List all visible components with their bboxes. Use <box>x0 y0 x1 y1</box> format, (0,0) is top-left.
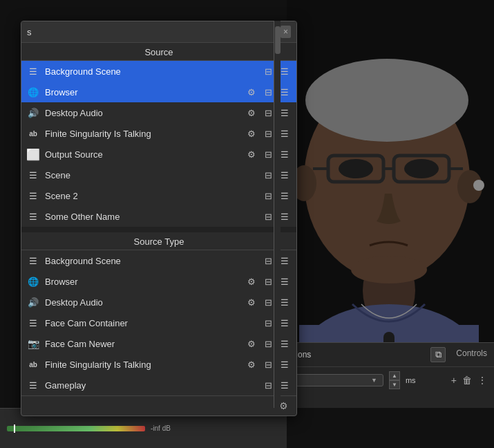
item-actions: ⚙ ⊟ ☰ <box>245 127 291 140</box>
item-label: Output Source <box>45 149 240 160</box>
item-label: Desktop Audio <box>45 297 240 308</box>
add-button[interactable]: + <box>451 375 457 386</box>
list-item[interactable]: 🔊 Desktop Audio ⚙ ⊟ ☰ <box>21 102 296 123</box>
item-actions: ⚙ ⊟ ☰ <box>245 275 291 288</box>
item-label: Desktop Audio <box>45 108 240 118</box>
gear-icon[interactable]: ⚙ <box>245 127 258 140</box>
autocomplete-panel: × Source ☰ Background Scene ⊟ ☰ 🌐 Browse… <box>21 21 297 416</box>
list-icon: ☰ <box>27 189 39 202</box>
actions-controls-area: tions ⧉ Controls ▼ ▲ ▼ ms + 🗑 ⋮ <box>287 342 494 408</box>
list-item[interactable]: 🌐 Browser ⚙ ⊟ ☰ <box>21 271 296 292</box>
page-icon[interactable]: ⊟ <box>262 296 274 308</box>
svg-point-13 <box>305 59 468 142</box>
audio-icon: 🔊 <box>27 106 39 119</box>
item-label: Background Scene <box>45 66 256 77</box>
search-input[interactable] <box>27 27 281 37</box>
audio-icon: 🔊 <box>27 296 39 308</box>
actions-top-row: tions ⧉ Controls <box>287 343 494 367</box>
output-icon: ⬜ <box>27 148 39 160</box>
page-icon[interactable]: ⊟ <box>262 337 274 350</box>
page-icon[interactable]: ⊟ <box>262 379 274 391</box>
page-icon[interactable]: ⊟ <box>262 86 274 98</box>
item-actions: ⚙ ⊟ ☰ <box>245 86 291 98</box>
list-item[interactable]: ☰ Some Other Name ⊟ ☰ <box>21 206 296 227</box>
text-icon: ab <box>27 127 39 140</box>
item-label: Gameplay <box>45 380 256 391</box>
section-spacer <box>21 227 296 232</box>
search-bar: × <box>21 21 296 43</box>
chevron-down-icon: ▼ <box>371 377 377 384</box>
item-actions: ⚙ ⊟ ☰ <box>245 106 291 119</box>
list-item[interactable]: ☰ Background Scene ⊟ ☰ <box>21 61 296 82</box>
db-value-label: -inf dB <box>151 424 171 432</box>
gear-icon[interactable]: ⚙ <box>245 148 258 160</box>
page-icon[interactable]: ⊟ <box>262 106 274 119</box>
scene-select[interactable]: ▼ <box>294 374 383 386</box>
gear-icon[interactable]: ⚙ <box>245 296 258 308</box>
item-label: Finite Singularity Is Talking <box>45 129 240 139</box>
gear-icon[interactable]: ⚙ <box>245 106 258 119</box>
scroll-arrows: ▲ ▼ <box>389 371 400 389</box>
list-item[interactable]: ☰ Scene ⊟ ☰ <box>21 165 296 185</box>
item-label: Scene 2 <box>45 191 256 201</box>
page-icon[interactable]: ⊟ <box>262 189 274 202</box>
page-icon[interactable]: ⊟ <box>262 358 274 371</box>
delete-button[interactable]: 🗑 <box>462 375 472 386</box>
list-icon: ☰ <box>27 317 39 329</box>
globe-icon: 🌐 <box>27 275 39 288</box>
list-item[interactable]: 🌐 Browser ⚙ ⊟ ☰ <box>21 82 296 102</box>
list-item[interactable]: ☰ Face Cam Container ⊟ ☰ <box>21 312 296 333</box>
svg-point-11 <box>339 159 373 178</box>
item-label: Background Scene <box>45 256 256 266</box>
list-item[interactable]: ⬜ Output Source ⚙ ⊟ ☰ <box>21 144 296 165</box>
list-item[interactable]: ☰ Background Scene ⊟ ☰ <box>21 250 296 271</box>
item-actions: ⚙ ⊟ ☰ <box>245 337 291 350</box>
list-item[interactable]: 🔊 Desktop Audio ⚙ ⊟ ☰ <box>21 292 296 312</box>
scroll-down-arrow[interactable]: ▼ <box>389 380 400 389</box>
list-icon: ☰ <box>27 65 39 77</box>
item-actions: ⚙ ⊟ ☰ <box>245 296 291 308</box>
search-clear-button[interactable]: × <box>281 26 291 38</box>
list-item[interactable]: ab Finite Singularity Is Talking ⚙ ⊟ ☰ <box>21 123 296 144</box>
svg-point-19 <box>351 256 427 283</box>
text-icon: ab <box>27 358 39 371</box>
gear-icon[interactable]: ⚙ <box>245 86 258 98</box>
item-label: Face Cam Newer <box>45 339 240 349</box>
gear-icon[interactable]: ⚙ <box>245 275 258 288</box>
list-icon: ☰ <box>27 379 39 391</box>
gear-icon[interactable]: ⚙ <box>245 358 258 371</box>
list-item[interactable]: ☰ Scene 2 ⊟ ☰ <box>21 185 296 206</box>
list-icon: ☰ <box>27 210 39 223</box>
volume-meter <box>7 426 145 431</box>
page-icon[interactable]: ⊟ <box>262 127 274 140</box>
item-label: Face Cam Container <box>45 318 256 328</box>
svg-point-5 <box>473 180 484 191</box>
item-label: Finite Singularity Is Talking <box>45 360 240 370</box>
page-icon[interactable]: ⊟ <box>262 169 274 181</box>
item-label: Some Other Name <box>45 212 256 222</box>
camera-icon: 📷 <box>27 337 39 350</box>
page-icon[interactable]: ⊟ <box>262 210 274 223</box>
actions-bottom-row: ▼ ▲ ▼ ms + 🗑 ⋮ <box>287 367 494 393</box>
gear-icon[interactable]: ⚙ <box>245 337 258 350</box>
list-icon: ☰ <box>27 169 39 181</box>
source-type-section-header: Source Type <box>21 232 296 250</box>
more-options-button[interactable]: ⋮ <box>477 375 487 386</box>
list-icon: ☰ <box>27 254 39 267</box>
page-icon[interactable]: ⊟ <box>262 65 274 77</box>
controls-label: Controls <box>456 348 487 358</box>
item-label: Browser <box>45 87 240 97</box>
volume-indicator <box>14 424 15 433</box>
page-icon[interactable]: ⊟ <box>262 275 274 288</box>
list-item[interactable]: ab Finite Singularity Is Talking ⚙ ⊟ ☰ <box>21 354 296 375</box>
list-item[interactable]: 📷 Face Cam Newer ⚙ ⊟ ☰ <box>21 333 296 354</box>
item-actions: ⚙ ⊟ ☰ <box>245 358 291 371</box>
results-list: Source ☰ Background Scene ⊟ ☰ 🌐 Browser … <box>21 43 296 395</box>
page-icon[interactable]: ⊟ <box>262 148 274 160</box>
page-icon[interactable]: ⊟ <box>262 254 274 267</box>
page-icon[interactable]: ⊟ <box>262 317 274 329</box>
copy-icon-button[interactable]: ⧉ <box>430 347 446 362</box>
scroll-up-arrow[interactable]: ▲ <box>389 371 400 380</box>
list-item[interactable]: ☰ Gameplay ⊟ ☰ <box>21 375 296 395</box>
ms-label: ms <box>406 376 416 384</box>
